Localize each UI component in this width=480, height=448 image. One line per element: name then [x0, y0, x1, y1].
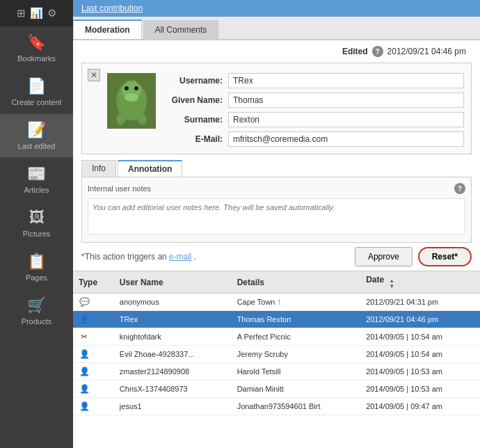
breadcrumb-link[interactable]: Last contribution — [81, 3, 143, 13]
sidebar-item-products[interactable]: 🛒 Products — [0, 289, 73, 333]
sidebar-item-label: Products — [22, 317, 51, 326]
cell-type: 👤 — [73, 311, 114, 328]
settings-icon[interactable]: ⚙ — [47, 7, 56, 19]
table-row[interactable]: 👤 TRex Thomas Rexton 2012/09/21 04:46 pm — [73, 311, 480, 328]
cell-username: anonymous — [114, 294, 232, 311]
svg-point-4 — [134, 86, 138, 90]
table-row[interactable]: 👤 ChrisX-1374408973 Damian Minitt 2014/0… — [73, 381, 480, 398]
cell-username: Evil Zhoae-4928337... — [114, 346, 232, 363]
col-details: Details — [232, 271, 361, 294]
pictures-icon: 🖼 — [29, 209, 45, 227]
sidebar-item-bookmarks[interactable]: 🔖 Bookmarks — [0, 26, 73, 70]
tab-moderation[interactable]: Moderation — [73, 19, 142, 39]
cell-username: knightofdark — [114, 328, 232, 346]
approve-button[interactable]: Approve — [355, 247, 413, 266]
tab-annotation[interactable]: Annotation — [118, 160, 182, 177]
cell-username: ChrisX-1374408973 — [114, 381, 232, 398]
articles-icon: 📰 — [27, 165, 46, 183]
cell-date: 2014/09/05 | 10:54 am — [360, 328, 480, 346]
sidebar: ⊞ 📊 ⚙ 🔖 Bookmarks 📄 Create content 📝 Las… — [0, 0, 73, 448]
chart-icon[interactable]: 📊 — [30, 7, 43, 19]
notes-label: Internal user notes — [88, 184, 151, 193]
avatar-svg — [107, 73, 156, 129]
reset-button[interactable]: Reset* — [418, 247, 472, 266]
tab-bar: Moderation All Comments — [73, 17, 480, 40]
sort-arrows: ▲▼ — [389, 278, 394, 289]
type-icon: 👤 — [79, 349, 90, 360]
email-link[interactable]: e-mail — [169, 252, 192, 262]
cell-date: 2014/09/05 | 10:54 am — [360, 346, 480, 363]
svg-point-3 — [125, 86, 129, 90]
help-icon[interactable]: ? — [372, 46, 383, 57]
sidebar-item-label: Bookmarks — [17, 54, 56, 63]
cell-type: 👤 — [73, 363, 114, 381]
action-note: *This action triggers an e-mail . — [81, 252, 196, 262]
cell-details: Jonathan973594601 Birt — [232, 398, 361, 415]
type-icon: 👤 — [79, 383, 90, 394]
cell-details: Jeremy Scruby — [232, 346, 361, 363]
table-row[interactable]: 👤 Evil Zhoae-4928337... Jeremy Scruby 20… — [73, 346, 480, 363]
last-edited-icon: 📝 — [27, 121, 46, 139]
sidebar-top-bar: ⊞ 📊 ⚙ — [0, 0, 73, 26]
sidebar-item-label: Articles — [24, 186, 49, 194]
user-fields: Username: Given Name: Surname: E-Mail: — [166, 73, 464, 147]
type-icon: 💬 — [79, 296, 90, 307]
table-row[interactable]: 💬 anonymous Cape Town ↑ 2012/09/21 04:31… — [73, 294, 480, 311]
main-panel: Last contribution Moderation All Comment… — [73, 0, 480, 448]
table-row[interactable]: ✂ knightofdark A Perfect Picnic 2014/09/… — [73, 328, 480, 346]
products-icon: 🛒 — [27, 296, 46, 314]
create-content-icon: 📄 — [27, 77, 46, 95]
close-icon: ✕ — [90, 70, 97, 80]
edited-label: Edited — [342, 47, 368, 56]
surname-input[interactable] — [228, 112, 464, 127]
username-input[interactable] — [228, 73, 464, 88]
sidebar-item-label: Last edited — [18, 142, 56, 150]
sidebar-item-create-content[interactable]: 📄 Create content — [0, 70, 73, 114]
email-label: E-Mail: — [166, 134, 228, 144]
col-type: Type — [73, 271, 114, 294]
email-input[interactable] — [228, 131, 464, 147]
given-name-input[interactable] — [228, 93, 464, 108]
breadcrumb-bar: Last contribution — [73, 0, 480, 17]
sidebar-item-label: Pictures — [23, 230, 51, 238]
notes-section: Internal user notes ? — [81, 177, 472, 243]
col-username: User Name — [114, 271, 232, 294]
table-row[interactable]: 👤 zmaster2124890908 Harold Tetsill 2014/… — [73, 363, 480, 381]
table-row[interactable]: 👤 jesus1 Jonathan973594601 Birt 2014/09/… — [73, 398, 480, 415]
user-card: ✕ — [81, 63, 472, 154]
action-bar: *This action triggers an e-mail . Approv… — [81, 247, 472, 266]
sidebar-item-pictures[interactable]: 🖼 Pictures — [0, 202, 73, 246]
content-area: Edited ? 2012/09/21 04:46 pm ✕ — [73, 40, 480, 448]
table-header-row: Type User Name Details Date ▲▼ — [73, 271, 480, 294]
cell-details: A Perfect Picnic — [232, 328, 361, 346]
bookmarks-icon: 🔖 — [27, 33, 46, 51]
notes-textarea[interactable] — [88, 198, 465, 234]
tab-info[interactable]: Info — [81, 160, 116, 177]
cell-date: 2014/09/05 | 10:53 am — [360, 381, 480, 398]
cell-date: 2012/09/21 04:46 pm — [360, 311, 480, 328]
pages-icon: 📋 — [27, 253, 46, 271]
cell-date: 2012/09/21 04:31 pm — [360, 294, 480, 311]
sidebar-item-last-edited[interactable]: 📝 Last edited — [0, 114, 73, 158]
tab-all-comments[interactable]: All Comments — [143, 20, 219, 39]
cell-details: Harold Tetsill — [232, 363, 361, 381]
grid-icon[interactable]: ⊞ — [17, 7, 26, 19]
sidebar-item-pages[interactable]: 📋 Pages — [0, 246, 73, 289]
type-icon: 👤 — [79, 401, 90, 412]
type-icon: ✂ — [79, 331, 90, 342]
notes-header: Internal user notes ? — [88, 183, 465, 194]
avatar — [107, 73, 156, 129]
col-date[interactable]: Date ▲▼ — [360, 271, 480, 294]
notes-help-icon[interactable]: ? — [454, 183, 465, 194]
cell-type: 👤 — [73, 398, 114, 415]
cell-type: 💬 — [73, 294, 114, 311]
sidebar-item-label: Create content — [11, 98, 61, 106]
cell-type: ✂ — [73, 328, 114, 346]
sidebar-item-articles[interactable]: 📰 Articles — [0, 158, 73, 202]
cell-date: 2014/09/05 | 09:47 am — [360, 398, 480, 415]
type-icon: 👤 — [79, 314, 90, 325]
edited-row: Edited ? 2012/09/21 04:46 pm — [73, 40, 480, 60]
close-button[interactable]: ✕ — [88, 69, 100, 81]
surname-label: Surname: — [166, 115, 228, 125]
type-icon: 👤 — [79, 366, 90, 377]
